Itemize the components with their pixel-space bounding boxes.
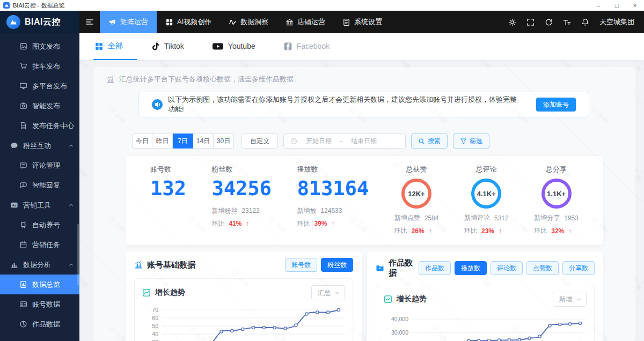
sidebar-item-image-text-publish[interactable]: 图文发布 (0, 36, 79, 56)
toggle-shares-count[interactable]: 分享数 (562, 261, 595, 275)
filter-toolbar: 今日 昨日 7日 14日 30日 自定义 开始日期 - 结束日期 (132, 134, 635, 149)
sidebar-item-comment-management[interactable]: 评论管理 (0, 155, 79, 175)
date-range-input[interactable]: 开始日期 - 结束日期 (283, 134, 406, 149)
tab-all[interactable]: 全部 (93, 33, 137, 60)
font-size-icon[interactable] (563, 18, 571, 26)
stat-plays-count: 播放数 813164 新增放 124533 环比 39% ↑ (297, 165, 369, 235)
ad-icon: Ad (10, 201, 18, 209)
chevron-down-icon (334, 290, 340, 296)
add-account-button[interactable]: 添加账号 (536, 98, 576, 112)
sidebar-item-smart-reply[interactable]: 智能回复 (0, 175, 79, 195)
quick-range-yesterday[interactable]: 昨日 (152, 134, 173, 149)
stat-sub-new: 新增点赞 2584 (394, 213, 439, 223)
pie-chart-icon (19, 320, 27, 328)
sidebar-item-multiplatform-publish[interactable]: 多平台发布 (0, 76, 79, 96)
stat-label: 粉丝数 (211, 165, 271, 174)
quick-range-group: 今日 昨日 7日 14日 30日 (132, 134, 234, 149)
sidebar-group-fan-interaction[interactable]: 粉丝互动 (0, 136, 79, 155)
svg-text:Ad: Ad (12, 203, 16, 207)
tab-youtube[interactable]: Youtube (211, 33, 269, 60)
close-button[interactable]: × (626, 0, 644, 11)
image-icon (19, 42, 27, 50)
maximize-button[interactable]: □ (608, 0, 626, 11)
stat-label: 总获赞 (406, 165, 427, 174)
nav-item-system-settings[interactable]: 系统设置 (334, 11, 391, 33)
aggregate-select[interactable]: 汇总 (311, 285, 345, 300)
search-button[interactable]: 搜索 (411, 134, 448, 149)
settings-doc-icon (342, 18, 350, 26)
sidebar-item-works-data[interactable]: 作品数据 (0, 314, 79, 334)
nav-item-shop-operation[interactable]: 店铺运营 (277, 11, 334, 33)
stat-sub-ratio: 环比 32% ↑ (534, 226, 572, 235)
tenant-name[interactable]: 天空城集团 (599, 17, 634, 27)
sidebar-item-marketing-task[interactable]: 营销任务 (0, 235, 79, 255)
trend-title: 增长趋势 (397, 294, 427, 304)
sidebar-group-data-analysis[interactable]: 数据分析 (0, 255, 79, 275)
sidebar-item-account-data[interactable]: 账号数据 (0, 294, 79, 314)
growth-trend-icon (384, 295, 392, 303)
bell-icon[interactable] (581, 18, 589, 26)
sidebar-item-label: 作品数据 (32, 320, 60, 329)
start-date-placeholder: 开始日期 (306, 137, 332, 146)
toggle-works-count[interactable]: 作品数 (419, 261, 451, 275)
quick-range-30d[interactable]: 30日 (214, 134, 234, 149)
toggle-account-count[interactable]: 账号数 (285, 258, 317, 272)
fullscreen-icon[interactable] (526, 18, 535, 26)
chevron-down-icon (576, 296, 582, 302)
folder-icon (376, 264, 384, 272)
stat-total-likes: 总获赞 12K+ 新增点赞 2584 环比 26% ↑ (394, 165, 439, 235)
toggle-fans-count[interactable]: 粉丝数 (321, 258, 353, 272)
chat-icon (10, 142, 18, 150)
sidebar-item-data-overview[interactable]: 数据总览 (0, 275, 79, 294)
tab-facebook[interactable]: Facebook (282, 33, 343, 60)
quick-range-14d[interactable]: 14日 (193, 134, 214, 149)
sidebar-item-auto-account-raising[interactable]: 自动养号 (0, 215, 79, 235)
cart-icon (19, 62, 27, 70)
bar-chart-icon (10, 261, 18, 269)
sidebar-item-publish-task-center[interactable]: 发布任务中心 (0, 116, 79, 136)
panel-title: 账号基础数据 (147, 260, 195, 270)
dropdown-value: 汇总 (318, 288, 331, 298)
toggle-plays-count[interactable]: 播放数 (455, 261, 487, 275)
filter-button-label: 筛选 (470, 137, 482, 146)
stat-value: 34256 (211, 179, 271, 199)
sidebar-group-label: 粉丝互动 (23, 141, 51, 151)
filter-button[interactable]: 筛选 (453, 134, 489, 149)
dropdown-value: 新增 (559, 295, 572, 304)
tiktok-icon (151, 42, 160, 51)
gear-icon[interactable] (508, 18, 516, 26)
navbar-actions: 天空城集团 (508, 11, 644, 33)
refresh-icon[interactable] (545, 18, 553, 26)
account-trend-card: 增长趋势 汇总 10203040506070 (134, 278, 353, 341)
minimize-button[interactable]: – (589, 0, 608, 11)
sidebar-group-marketing-tools[interactable]: Ad 营销工具 (0, 195, 79, 215)
summary-description-text: 汇总统计多平台下账号各项核心数据，涵盖多维作品数据 (119, 75, 294, 84)
quick-range-7d[interactable]: 7日 (173, 134, 193, 149)
nav-item-data-insight[interactable]: 数据洞察 (220, 11, 277, 33)
tab-tiktok[interactable]: Tiktok (150, 33, 198, 60)
toggle-comments-count[interactable]: 评论数 (491, 261, 523, 275)
custom-range-button[interactable]: 自定义 (241, 134, 278, 149)
shares-ring: 1.1K+ (541, 179, 572, 209)
nav-item-matrix-operation[interactable]: 矩阵运营 (100, 11, 157, 33)
content-area: 汇总统计多平台下账号各项核心数据，涵盖多维作品数据 以下为示例图，该功能需要在你… (79, 61, 644, 341)
sidebar: 图文发布 挂车发布 多平台发布 智能发布 发布任务中心 粉丝互动 评论管理 (0, 33, 79, 341)
sidebar-collapse-button[interactable] (79, 11, 100, 33)
new-added-select[interactable]: 新增 (553, 292, 587, 307)
trend-chart-icon (134, 261, 143, 269)
report-icon (19, 280, 27, 288)
sidebar-item-smart-publish[interactable]: 智能发布 (0, 96, 79, 116)
quick-range-today[interactable]: 今日 (132, 134, 152, 149)
svg-text:70: 70 (152, 307, 158, 313)
sidebar-item-cart-publish[interactable]: 挂车发布 (0, 56, 79, 76)
works-data-panel: 作品数据 作品数 播放数 评论数 点赞数 分享数 (367, 251, 603, 341)
tab-label: Facebook (297, 42, 330, 50)
window-controls: – □ × (589, 0, 644, 11)
nav-item-ai-video[interactable]: AI视频创作 (157, 11, 220, 33)
sidebar-scrollbar[interactable] (77, 224, 79, 285)
top-navbar: BIAI云控 矩阵运营 AI视频创作 数据洞察 店铺运营 系统设置 天空城集团 (0, 11, 644, 33)
stat-sub-new: 新增分享 1953 (534, 213, 579, 223)
toggle-likes-count[interactable]: 点赞数 (526, 261, 559, 275)
up-arrow-icon: ↑ (568, 227, 572, 235)
window-title: BIAI云控 - 数据总览 (13, 2, 65, 10)
